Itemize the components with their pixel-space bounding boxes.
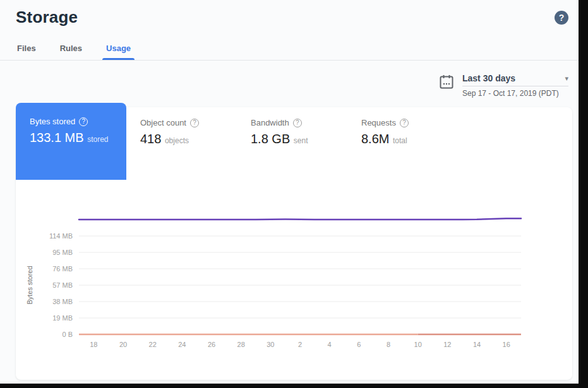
metric-value-row: 1.8 GB sent xyxy=(251,132,335,146)
help-icon: ? xyxy=(293,119,302,127)
metric-value: 133.1 MB xyxy=(30,131,84,144)
metric-label: Requests xyxy=(361,118,396,127)
page-header: Storage ? xyxy=(0,0,579,27)
chevron-down-icon: ▾ xyxy=(565,74,568,83)
svg-text:57 MB: 57 MB xyxy=(52,281,73,289)
metric-value: 1.8 GB xyxy=(251,132,290,146)
metric-label: Bytes stored xyxy=(30,117,75,126)
metric-value: 8.6M xyxy=(361,132,389,146)
storage-page: Storage ? Files Rules Usage xyxy=(0,0,579,384)
chart-area: 0 B19 MB38 MB57 MB76 MB95 MB114 MB182022… xyxy=(22,215,572,363)
metric-label-row: Object count ? xyxy=(140,118,224,127)
metric-value-row: 418 objects xyxy=(140,132,224,146)
metrics-row: Bytes stored ? 133.1 MB stored Object co… xyxy=(16,107,572,180)
window-frame: Storage ? Files Rules Usage xyxy=(0,0,588,388)
svg-text:76 MB: 76 MB xyxy=(52,265,73,273)
usage-card: Bytes stored ? 133.1 MB stored Object co… xyxy=(16,107,572,380)
svg-text:19 MB: 19 MB xyxy=(52,314,73,322)
metric-value-row: 8.6M total xyxy=(361,132,445,146)
svg-text:95 MB: 95 MB xyxy=(52,249,73,256)
svg-text:24: 24 xyxy=(178,341,186,348)
tab-files[interactable]: Files xyxy=(16,38,37,60)
date-range-row: Last 30 days ▾ Sep 17 - Oct 17, 2019 (PD… xyxy=(0,61,579,98)
help-icon: ? xyxy=(79,117,88,126)
question-icon: ? xyxy=(559,13,565,23)
calendar-icon-glyph xyxy=(440,74,453,90)
date-range-detail: Sep 17 - Oct 17, 2019 (PDT) xyxy=(462,86,568,98)
metric-unit: sent xyxy=(294,136,308,145)
svg-text:22: 22 xyxy=(149,341,157,348)
metric-bandwidth[interactable]: Bandwidth ? 1.8 GB sent xyxy=(237,107,347,146)
metric-label: Object count xyxy=(140,118,186,127)
svg-text:20: 20 xyxy=(119,341,127,348)
tab-usage[interactable]: Usage xyxy=(105,38,132,60)
metric-label: Bandwidth xyxy=(251,118,289,127)
svg-text:14: 14 xyxy=(473,341,481,348)
svg-text:12: 12 xyxy=(443,341,451,348)
svg-text:114 MB: 114 MB xyxy=(49,232,73,240)
usage-chart: 0 B19 MB38 MB57 MB76 MB95 MB114 MB182022… xyxy=(22,215,546,361)
date-range-select[interactable]: Last 30 days ▾ Sep 17 - Oct 17, 2019 (PD… xyxy=(462,73,568,98)
metric-label-row: Bandwidth ? xyxy=(251,118,335,127)
metric-object-count[interactable]: Object count ? 418 objects xyxy=(126,107,237,146)
svg-text:10: 10 xyxy=(414,341,422,348)
calendar-icon[interactable] xyxy=(440,74,453,90)
help-icon: ? xyxy=(400,119,409,127)
metric-bytes-stored[interactable]: Bytes stored ? 133.1 MB stored xyxy=(16,103,126,180)
svg-text:26: 26 xyxy=(208,341,215,348)
tab-bar: Files Rules Usage xyxy=(0,38,579,61)
svg-text:2: 2 xyxy=(298,341,302,348)
metric-label-row: Requests ? xyxy=(361,118,445,127)
metric-requests[interactable]: Requests ? 8.6M total xyxy=(347,107,458,146)
svg-text:28: 28 xyxy=(237,341,245,348)
metric-unit: objects xyxy=(165,136,189,145)
tab-rules[interactable]: Rules xyxy=(59,38,83,60)
svg-text:18: 18 xyxy=(90,341,97,348)
page-title: Storage xyxy=(16,8,78,27)
metric-value: 418 xyxy=(140,132,161,146)
metric-unit: stored xyxy=(87,135,108,144)
metric-label-row: Bytes stored ? xyxy=(30,117,114,126)
svg-text:38 MB: 38 MB xyxy=(52,298,73,305)
metric-value-row: 133.1 MB stored xyxy=(30,131,114,145)
date-range-label: Last 30 days xyxy=(462,73,515,83)
svg-text:0 B: 0 B xyxy=(62,331,73,338)
help-icon: ? xyxy=(190,119,199,127)
date-range-top: Last 30 days ▾ xyxy=(462,73,568,86)
help-button[interactable]: ? xyxy=(555,11,568,25)
svg-text:30: 30 xyxy=(267,341,274,348)
svg-text:16: 16 xyxy=(503,341,510,348)
svg-text:8: 8 xyxy=(387,341,390,348)
svg-text:6: 6 xyxy=(357,341,361,348)
svg-text:Bytes stored: Bytes stored xyxy=(26,266,33,304)
metric-unit: total xyxy=(393,136,407,145)
svg-text:4: 4 xyxy=(328,341,332,348)
